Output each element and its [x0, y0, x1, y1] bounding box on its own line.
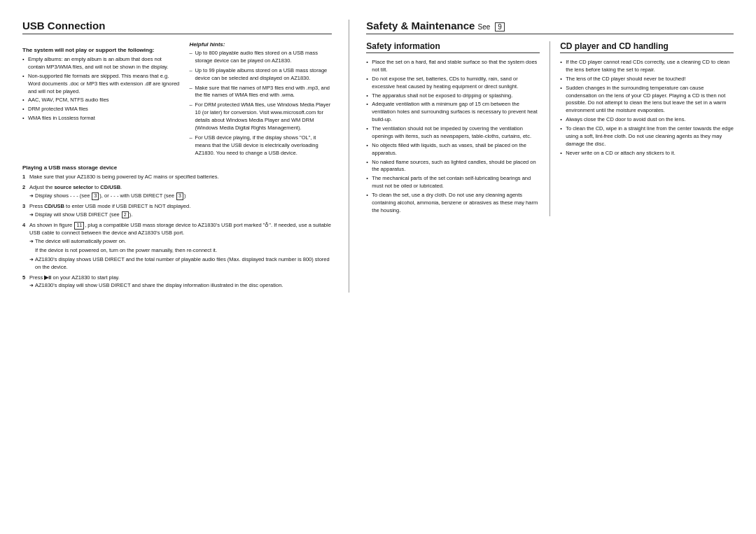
- list-item: Up to 99 playable albums stored on a USB…: [189, 67, 332, 83]
- step-1: 1 Make sure that your AZ1830 is being po…: [22, 174, 332, 181]
- list-item: For USB device playing, if the display s…: [189, 134, 332, 157]
- helpful-hints: Helpful hints: Up to 800 playable audio …: [189, 41, 332, 159]
- list-item: To clean the CD, wipe in a straight line…: [560, 125, 734, 148]
- step-3-note: Display will show USB DIRECT (see 2).: [29, 211, 332, 219]
- step-3-text: Press CD/USB to enter USB mode if USB DI…: [29, 203, 190, 209]
- step-4: 4 As shown in figure 11, plug a compatib…: [22, 222, 332, 271]
- step-2-text: Adjust the source selector to CD/USB.: [29, 184, 122, 190]
- usb-section: USB Connection The system will not play …: [22, 20, 349, 293]
- step-4-note1: The device will automatically power on.: [29, 238, 332, 246]
- page-layout: USB Connection The system will not play …: [22, 20, 734, 293]
- safety-info-col: Safety information Place the set on a ha…: [366, 41, 550, 216]
- right-sections: Safety information Place the set on a ha…: [366, 41, 734, 216]
- list-item: Do not expose the set, batteries, CDs to…: [366, 76, 540, 91]
- see-badge: 9: [495, 22, 505, 31]
- list-item: Up to 800 playable audio files stored on…: [189, 50, 332, 65]
- list-item: For DRM protected WMA files, use Windows…: [189, 101, 332, 132]
- usb-title: USB Connection: [22, 20, 332, 34]
- safety-info-list: Place the set on a hard, flat and stable…: [366, 59, 540, 215]
- list-item: Empty albums: an empty album is an album…: [22, 56, 179, 71]
- playing-usb-steps: 1 Make sure that your AZ1830 is being po…: [22, 174, 332, 290]
- list-item: Never write on a CD or attach any sticke…: [560, 150, 734, 157]
- list-item: Adequate ventilation with a minimum gap …: [366, 101, 540, 124]
- list-item: Always close the CD door to avoid dust o…: [560, 116, 734, 124]
- cd-handling-col: CD player and CD handling If the CD play…: [560, 41, 734, 216]
- list-item: No objects filled with liquids, such as …: [366, 142, 540, 157]
- step-4-note2: AZ1830's display shows USB DIRECT and th…: [29, 256, 332, 272]
- safety-section: Safety & Maintenance See 9 Safety inform…: [349, 20, 734, 293]
- badge: 3: [92, 192, 99, 199]
- badge: 2: [122, 211, 129, 218]
- step-1-text: Make sure that your AZ1830 is being powe…: [29, 174, 219, 180]
- list-item: WMA files in Lossless format: [22, 115, 179, 122]
- system-will-not-list: Empty albums: an empty album is an album…: [22, 56, 179, 122]
- badge: 3: [176, 192, 183, 199]
- step-5-text: Press ▶II on your AZ1830 to start play.: [29, 274, 120, 281]
- step-4-extra: If the device is not powered on, turn on…: [29, 247, 332, 255]
- safety-title: Safety & Maintenance See 9: [366, 20, 734, 34]
- helpful-hints-heading: Helpful hints:: [189, 41, 332, 48]
- system-will-not-heading: The system will not play or support the …: [22, 47, 179, 53]
- usb-system-will-not: The system will not play or support the …: [22, 41, 179, 159]
- list-item: Non-supported file formats are skipped. …: [22, 73, 179, 96]
- list-item: Make sure that file names of MP3 files e…: [189, 85, 332, 100]
- safety-title-text: Safety & Maintenance: [366, 20, 475, 31]
- step-2: 2 Adjust the source selector to CD/USB. …: [22, 184, 332, 200]
- usb-top-row: The system will not play or support the …: [22, 41, 332, 159]
- list-item: To clean the set, use a dry cloth. Do no…: [366, 192, 540, 215]
- list-item: The mechanical parts of the set contain …: [366, 175, 540, 190]
- badge: 11: [74, 222, 84, 229]
- step-5: 5 Press ▶II on your AZ1830 to start play…: [22, 274, 332, 290]
- step-5-note: AZ1830's display will show USB DIRECT an…: [29, 282, 332, 290]
- list-item: DRM protected WMA files: [22, 106, 179, 113]
- step-4-text: As shown in figure 11, plug a compatible…: [29, 222, 331, 236]
- list-item: If the CD player cannot read CDs correct…: [560, 59, 734, 74]
- list-item: Sudden changes in the surrounding temper…: [560, 85, 734, 115]
- step-2-note: Display shows - - - (see 3), or - - - wi…: [29, 192, 332, 200]
- list-item: The apparatus shall not be exposed to dr…: [366, 92, 540, 100]
- helpful-hints-list: Up to 800 playable audio files stored on…: [189, 50, 332, 157]
- list-item: No naked flame sources, such as lighted …: [366, 159, 540, 174]
- step-3: 3 Press CD/USB to enter USB mode if USB …: [22, 203, 332, 219]
- list-item: The ventilation should not be impeded by…: [366, 125, 540, 141]
- cd-handling-heading: CD player and CD handling: [560, 41, 734, 53]
- cd-handling-list: If the CD player cannot read CDs correct…: [560, 59, 734, 157]
- safety-info-heading: Safety information: [366, 41, 540, 53]
- list-item: Place the set on a hard, flat and stable…: [366, 59, 540, 74]
- list-item: The lens of the CD player should never b…: [560, 76, 734, 83]
- playing-usb-heading: Playing a USB mass storage device: [22, 164, 332, 171]
- list-item: AAC, WAV, PCM, NTFS audio files: [22, 97, 179, 104]
